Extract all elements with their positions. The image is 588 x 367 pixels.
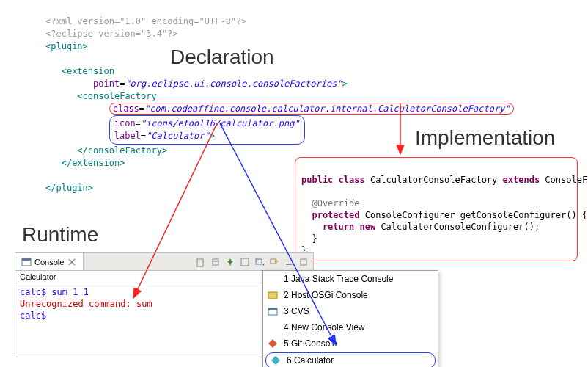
osgi-icon — [268, 290, 278, 300]
annotation-runtime: Runtime — [22, 223, 98, 247]
svg-rect-8 — [256, 259, 262, 264]
minimize-icon[interactable] — [282, 255, 295, 269]
console-tab[interactable]: Console — [15, 253, 84, 270]
menu-item-osgi[interactable]: 2 Host OSGi Console — [263, 287, 438, 303]
prompt: calc$ — [20, 310, 46, 321]
console-tab-label: Console — [34, 258, 64, 266]
console-tabbar: Console — [15, 253, 313, 271]
menu-label: 6 Calculator — [287, 355, 334, 366]
command-text: sum 1 1 — [51, 287, 89, 297]
menu-label: 5 Git Console — [284, 338, 337, 349]
menu-label: 4 New Console View — [284, 322, 365, 333]
calculator-icon — [271, 355, 281, 366]
annotation-implementation: Implementation — [415, 126, 555, 150]
git-icon — [268, 338, 278, 349]
console-icon — [21, 257, 32, 267]
console-factory-menu: 1 Java Stack Trace Console 2 Host OSGi C… — [262, 270, 438, 367]
menu-label: 2 Host OSGi Console — [284, 290, 368, 300]
prompt: calc$ — [20, 287, 51, 297]
pin-icon[interactable] — [224, 255, 237, 269]
new-console-dropdown[interactable] — [268, 255, 281, 269]
svg-rect-16 — [268, 308, 277, 310]
svg-rect-7 — [241, 258, 249, 266]
menu-label: 1 Java Stack Trace Console — [284, 274, 393, 284]
implementation-code: public class CalculatorConsoleFactory ex… — [295, 157, 578, 261]
svg-rect-13 — [301, 259, 306, 265]
toolbar-btn-1[interactable] — [194, 255, 207, 269]
svg-rect-14 — [268, 292, 277, 299]
menu-item-calculator[interactable]: 6 Calculator — [265, 352, 436, 367]
menu-label: 3 CVS — [284, 306, 309, 316]
menu-item-git[interactable]: 5 Git Console — [263, 335, 438, 352]
class-attr-highlight: class="com.codeaffine.console.calculator… — [109, 103, 514, 115]
icon-label-highlight: icon="icons/etool16/calculator.png" labe… — [109, 115, 305, 145]
console-toolbar — [194, 255, 313, 269]
svg-rect-12 — [286, 264, 292, 265]
maximize-icon[interactable] — [297, 255, 310, 269]
svg-rect-4 — [197, 259, 203, 266]
menu-item-cvs[interactable]: 3 CVS — [263, 303, 438, 319]
cvs-icon — [268, 306, 278, 316]
menu-item-new-console[interactable]: 4 New Console View — [263, 319, 438, 335]
menu-item-java-stack[interactable]: 1 Java Stack Trace Console — [263, 271, 438, 287]
toolbar-btn-4[interactable] — [238, 255, 251, 269]
close-icon[interactable] — [67, 257, 77, 267]
open-console-dropdown[interactable] — [253, 255, 266, 269]
svg-rect-1 — [22, 258, 31, 261]
svg-rect-5 — [213, 259, 218, 265]
toolbar-btn-2[interactable] — [209, 255, 222, 269]
annotation-declaration: Declaration — [170, 46, 274, 69]
